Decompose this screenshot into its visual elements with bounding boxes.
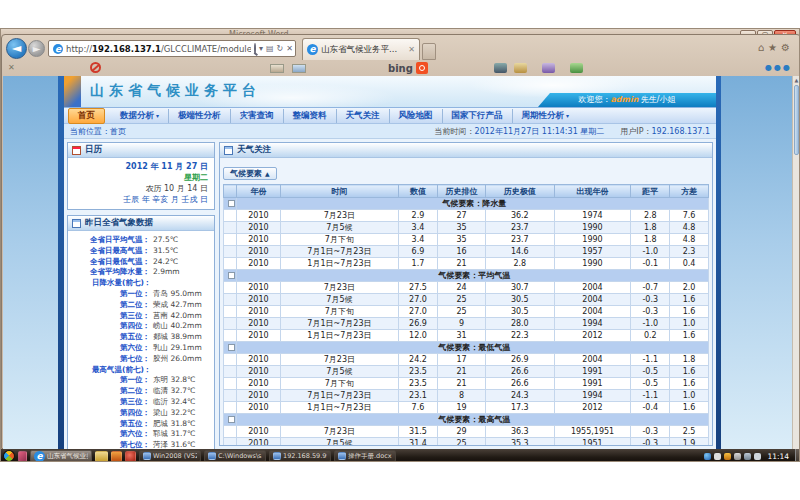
- table-row[interactable]: 20101月1日~7月23日12.03122.320120.21.6: [224, 330, 709, 342]
- network-icon[interactable]: [744, 453, 751, 460]
- nav-item-0[interactable]: 首页: [68, 108, 105, 124]
- taskbar-ie-button[interactable]: e 山东省气候业务平...: [30, 450, 92, 462]
- nav-item-5[interactable]: 天气关注: [337, 109, 390, 123]
- table-cell: 2.9: [398, 210, 438, 222]
- nav-item-1[interactable]: 数据分析▾: [111, 109, 169, 123]
- nav-item-4[interactable]: 整编资料: [284, 109, 337, 123]
- nav-item-3[interactable]: 灾害查询: [231, 109, 284, 123]
- mail-icon[interactable]: [270, 64, 284, 73]
- scroll-up-icon[interactable]: ▲: [793, 76, 800, 84]
- table-cell: 4.8: [670, 222, 709, 234]
- taskbar-window-button-2[interactable]: 192.168.59.99...: [269, 450, 331, 462]
- message-icon[interactable]: [292, 64, 306, 73]
- climate-element-button[interactable]: 气候要素▲: [223, 167, 277, 180]
- table-row[interactable]: 20107月5候27.02530.52004-0.31.6: [224, 294, 709, 306]
- table-row[interactable]: 20107月5候23.52126.61991-0.51.6: [224, 366, 709, 378]
- weather-label: 第二位：: [70, 386, 150, 397]
- forward-button[interactable]: ►: [28, 40, 45, 57]
- address-bar[interactable]: e http://192.168.137.1/GLCCLIMATE/module…: [48, 40, 296, 57]
- nav-item-8[interactable]: 周期性分析▾: [513, 109, 579, 123]
- share-icon[interactable]: [542, 63, 555, 73]
- vertical-scrollbar[interactable]: ▲: [792, 76, 800, 449]
- table-row[interactable]: 20107月下旬27.02530.52004-0.31.6: [224, 306, 709, 318]
- table-row[interactable]: 20107月23日27.52430.72004-0.72.0: [224, 282, 709, 294]
- settings-gear-icon[interactable]: ⚙: [781, 42, 794, 53]
- table-cell: 17: [438, 354, 486, 366]
- blocked-content-icon[interactable]: [90, 62, 101, 73]
- nav-item-7[interactable]: 国家下行产品: [443, 109, 513, 123]
- back-button[interactable]: ◄: [6, 38, 27, 59]
- tray-icon[interactable]: [724, 453, 731, 460]
- table-cell: 1.7: [398, 258, 438, 270]
- taskbar-window-button-1[interactable]: C:\Windows\s...: [204, 450, 266, 462]
- favorites-star-icon[interactable]: ★: [768, 42, 781, 53]
- address-dropdown-icon[interactable]: ▾: [259, 44, 263, 53]
- browser-command-icons: ⌂★⚙: [758, 42, 794, 53]
- table-row[interactable]: 20107月1日~7月23日23.1824.31994-1.11.0: [224, 390, 709, 402]
- table-cell: 17.3: [485, 402, 554, 414]
- current-time: 2012年11月27日 11:14:31 星期二: [475, 127, 605, 136]
- chevron-down-icon: ▾: [566, 112, 569, 119]
- table-row[interactable]: 20107月23日2.92736.219742.87.6: [224, 210, 709, 222]
- checkbox[interactable]: [228, 344, 235, 351]
- browser-tab[interactable]: e 山东省气候业务平... ✕: [302, 38, 420, 60]
- camera-icon[interactable]: [494, 63, 507, 73]
- taskbar-window-button-3[interactable]: 操作手册.docx ...: [334, 450, 396, 462]
- table-cell: 7月5候: [281, 366, 398, 378]
- url-text[interactable]: http://192.168.137.1/GLCCLIMATE/modules/…: [66, 44, 251, 54]
- bing-search-icon[interactable]: [416, 62, 428, 74]
- table-cell: 31: [438, 330, 486, 342]
- pinned-app-icon[interactable]: [111, 451, 122, 462]
- home-icon[interactable]: ⌂: [758, 42, 768, 53]
- taskbar-window-button-0[interactable]: Win2008 (VS2...: [139, 450, 201, 462]
- table-cell: 2010: [236, 246, 281, 258]
- table-row[interactable]: 20101月1日~7月23日7.61917.32012-0.41.6: [224, 402, 709, 414]
- table-cell: 26.6: [485, 378, 554, 390]
- explorer-folder-icon[interactable]: [95, 451, 108, 462]
- table-row[interactable]: 20107月1日~7月23日26.9928.01994-1.01.0: [224, 318, 709, 330]
- weather-value: 梁山 32.2℃: [150, 408, 196, 419]
- scrollbar-thumb[interactable]: [794, 85, 799, 155]
- table-row[interactable]: 20107月5候31.42535.31951-0.31.9: [224, 438, 709, 446]
- tray-icon[interactable]: [714, 453, 721, 460]
- taskbar: e 山东省气候业务平... Win2008 (VS2...C:\Windows\…: [1, 449, 800, 462]
- start-button[interactable]: [1, 448, 18, 462]
- search-icon[interactable]: [254, 44, 256, 53]
- taskbar-clock[interactable]: 11:14: [767, 452, 789, 461]
- pinned-app-icon[interactable]: [18, 451, 27, 462]
- weather-rank-row: 第一位：青岛 95.0mm: [70, 289, 212, 300]
- table-cell: 7月23日: [281, 354, 398, 366]
- table-row[interactable]: 20107月1日~7月23日6.91614.61957-1.02.3: [224, 246, 709, 258]
- bing-search-widget[interactable]: bing: [388, 62, 428, 74]
- action-center-flag-icon[interactable]: [734, 453, 741, 460]
- nav-item-2[interactable]: 极端性分析: [169, 109, 231, 123]
- table-row[interactable]: 20107月下旬23.52126.61991-0.51.6: [224, 378, 709, 390]
- table-row[interactable]: 20107月5候3.43523.719901.84.8: [224, 222, 709, 234]
- group-header-row: 气候要素：平均气温: [224, 270, 709, 282]
- card-icon[interactable]: [514, 63, 527, 73]
- volume-icon[interactable]: [754, 453, 761, 460]
- refresh-icon[interactable]: ↻: [277, 44, 284, 53]
- table-row[interactable]: 20101月1日~7月23日1.7212.81990-0.10.4: [224, 258, 709, 270]
- weather-label: 第三位：: [70, 397, 150, 408]
- new-tab-button[interactable]: [422, 43, 436, 60]
- checkbox[interactable]: [228, 272, 235, 279]
- people-icon[interactable]: [570, 63, 583, 73]
- pinned-app-icon[interactable]: [125, 451, 136, 462]
- table-row[interactable]: 20107月下旬3.43523.719901.84.8: [224, 234, 709, 246]
- more-options-icon[interactable]: ●●●: [765, 63, 792, 72]
- tab-close-icon[interactable]: ✕: [408, 45, 415, 54]
- stop-icon[interactable]: ✕: [286, 44, 293, 53]
- tray-icon[interactable]: [704, 453, 711, 460]
- climate-data-table: 年份时间数值历史排位历史极值出现年份距平方差气候要素：降水量20107月23日2…: [223, 184, 709, 445]
- show-desktop-button[interactable]: [795, 449, 799, 462]
- checkbox[interactable]: [228, 416, 235, 423]
- weather-rank-row: 第七位：菏泽 31.6℃: [70, 440, 212, 449]
- nav-item-6[interactable]: 风险地图: [390, 109, 443, 123]
- table-row[interactable]: 20107月23日31.52936.31955,1951-0.32.5: [224, 426, 709, 438]
- table-row[interactable]: 20107月23日24.21726.92004-1.11.8: [224, 354, 709, 366]
- compatibility-view-icon[interactable]: ▤: [266, 44, 274, 53]
- toolbar-close-icon[interactable]: ✕: [8, 63, 15, 72]
- checkbox[interactable]: [228, 200, 235, 207]
- weather-value: 莒南 42.0mm: [150, 311, 202, 322]
